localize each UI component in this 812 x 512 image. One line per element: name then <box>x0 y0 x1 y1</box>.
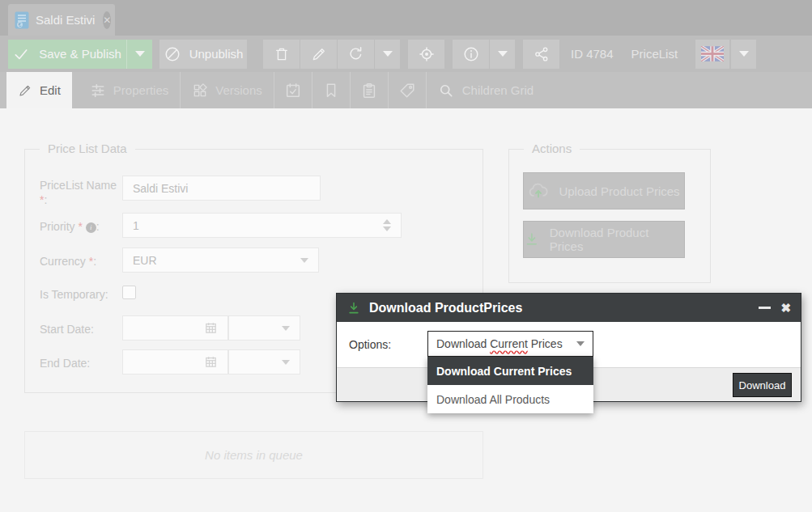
check-icon <box>13 46 29 62</box>
locate-in-tree-button[interactable] <box>408 40 444 69</box>
chevron-down-icon <box>383 51 393 57</box>
editor-tab-bar: Edit Properties Versions <box>0 72 812 108</box>
number-spinner[interactable] <box>383 219 391 231</box>
priority-label: Priority * i: <box>40 219 121 234</box>
calendar-icon <box>204 321 218 335</box>
pencil-icon <box>311 46 327 62</box>
currency-select[interactable]: EUR <box>122 248 319 273</box>
share-button[interactable] <box>523 40 559 69</box>
tab-notes[interactable] <box>312 72 350 108</box>
priority-input[interactable] <box>133 219 383 232</box>
end-time-select[interactable] <box>228 349 300 374</box>
calendar-check-icon <box>284 82 302 99</box>
application-window: € Saldi Estivi ✕ Save & Publish Unpublis… <box>0 0 812 512</box>
chevron-down-icon <box>739 51 749 57</box>
object-type-label: PriceList <box>631 47 678 61</box>
chevron-down-icon <box>576 341 585 346</box>
tab-properties[interactable]: Properties <box>79 72 180 108</box>
document-tab-strip: € Saldi Estivi ✕ <box>0 0 812 36</box>
close-icon[interactable]: ✖ <box>780 302 791 314</box>
tag-icon <box>398 82 416 99</box>
start-date-label: Start Date: <box>40 322 121 336</box>
info-icon <box>462 45 480 63</box>
versions-grid-icon <box>192 83 208 99</box>
children-grid-search <box>427 72 584 108</box>
name-input-wrap <box>122 176 321 201</box>
download-productprices-dialog: Download ProductPrices ✖ Options: Downlo… <box>336 293 801 402</box>
info-icon: i <box>86 222 96 233</box>
dialog-title-bar[interactable]: Download ProductPrices ✖ <box>337 294 801 322</box>
tab-title: Saldi Estivi <box>36 13 95 27</box>
tab-edit[interactable]: Edit <box>6 72 72 108</box>
calendar-icon <box>204 355 218 369</box>
reload-button[interactable] <box>338 40 374 69</box>
spin-up-icon <box>383 219 391 224</box>
currency-label: Currency *: <box>40 254 121 269</box>
main-toolbar: Save & Publish Unpublish <box>0 36 812 72</box>
bookmark-icon <box>322 82 340 99</box>
download-product-prices-button[interactable]: Download Product Prices <box>523 221 685 258</box>
is-temporary-checkbox[interactable] <box>122 286 136 299</box>
svg-text:€: € <box>19 22 22 28</box>
save-publish-button[interactable]: Save & Publish <box>8 40 127 69</box>
download-button-label: Download Product Prices <box>550 226 684 253</box>
trash-icon <box>274 46 290 62</box>
tab-schedule[interactable] <box>274 72 312 108</box>
object-id-label: ID 4784 <box>571 47 614 61</box>
crosshair-icon <box>418 45 436 63</box>
dialog-title: Download ProductPrices <box>369 301 522 315</box>
unpublish-button[interactable]: Unpublish <box>159 40 247 69</box>
tab-tags[interactable] <box>389 72 426 108</box>
start-time-select[interactable] <box>228 315 300 341</box>
rename-button[interactable] <box>300 40 337 69</box>
pricelist-name-input[interactable] <box>133 182 310 195</box>
dropdown-option-current-prices[interactable]: Download Current Prices <box>427 357 593 385</box>
combo-value: Download Current Prices <box>436 337 563 350</box>
upload-button-label: Upload Product Prices <box>559 184 679 198</box>
chevron-down-icon <box>135 51 145 57</box>
tab-edit-label: Edit <box>40 83 61 97</box>
save-publish-dropdown-button[interactable] <box>127 40 152 69</box>
end-date-input[interactable] <box>122 349 228 374</box>
actions-fieldset: Actions Upload Product Prices Download P… <box>508 149 711 283</box>
tab-versions[interactable]: Versions <box>181 72 274 108</box>
fieldset-legend: Price List Data <box>40 142 135 155</box>
language-flag-button[interactable] <box>695 40 729 69</box>
object-info-button[interactable] <box>453 40 489 69</box>
chevron-down-icon <box>282 326 290 331</box>
tab-versions-label: Versions <box>215 83 262 97</box>
language-dropdown-button[interactable] <box>731 40 756 69</box>
upload-product-prices-button[interactable]: Upload Product Prices <box>523 172 685 209</box>
cloud-upload-icon <box>528 182 549 200</box>
dropdown-option-all-products[interactable]: Download All Products <box>427 385 593 413</box>
tab-reports[interactable] <box>351 72 388 108</box>
refresh-icon <box>347 45 364 62</box>
download-icon <box>524 231 540 248</box>
dialog-download-button[interactable]: Download <box>733 373 792 397</box>
start-date-input[interactable] <box>122 315 228 341</box>
sliders-icon <box>90 83 106 99</box>
share-icon <box>534 46 550 62</box>
options-label: Options: <box>349 338 391 351</box>
search-input[interactable] <box>462 83 584 97</box>
options-combobox[interactable]: Download Current Prices <box>427 331 593 357</box>
dialog-download-label: Download <box>739 379 786 391</box>
save-publish-label: Save & Publish <box>39 47 121 61</box>
spellcheck-underline: Current <box>490 337 528 350</box>
currency-value: EUR <box>133 254 157 267</box>
name-label: PriceList Name *: <box>40 178 121 207</box>
minimize-icon[interactable] <box>759 307 771 309</box>
info-dropdown-button[interactable] <box>490 40 515 69</box>
queue-empty-text: No items in queue <box>205 448 303 462</box>
clipboard-icon <box>360 82 378 99</box>
pencil-icon <box>18 83 32 98</box>
end-date-label: End Date: <box>40 356 121 370</box>
unpublish-label: Unpublish <box>189 47 244 61</box>
delete-button[interactable] <box>263 40 300 69</box>
tab-close-icon[interactable]: ✕ <box>103 11 111 29</box>
fieldset-legend: Actions <box>524 142 580 155</box>
reload-dropdown-button[interactable] <box>375 40 400 69</box>
uk-flag-icon <box>701 46 724 61</box>
tab-saldi-estivi[interactable]: € Saldi Estivi ✕ <box>8 4 115 36</box>
is-temporary-label: Is Temporary: <box>40 287 121 302</box>
